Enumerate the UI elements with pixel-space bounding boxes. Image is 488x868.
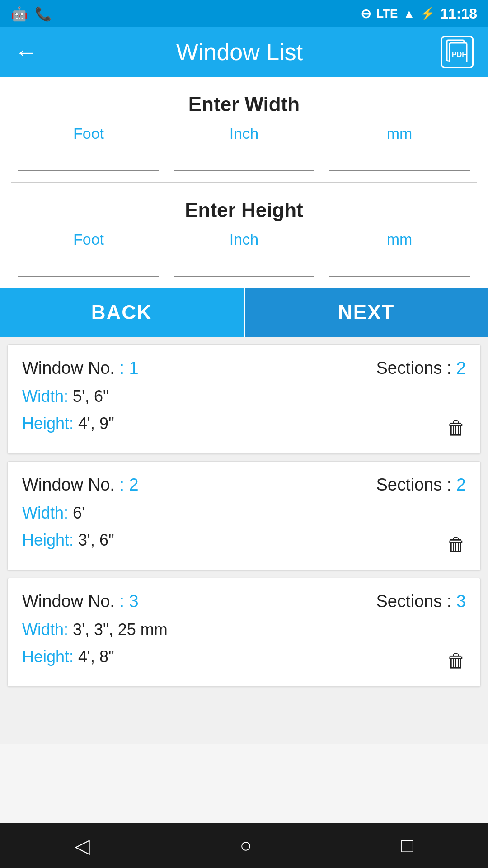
delete-button-1[interactable]: 🗑 xyxy=(447,534,466,556)
card-header-0: Window No. : 1 Sections : 2 xyxy=(22,359,466,378)
enter-width-title: Enter Width xyxy=(0,77,488,125)
delete-button-2[interactable]: 🗑 xyxy=(447,650,466,672)
width-detail-1: Width: 6' xyxy=(22,502,466,524)
action-button-row: BACK NEXT xyxy=(0,288,488,337)
height-inch-group: Inch xyxy=(166,231,322,277)
height-foot-input[interactable] xyxy=(18,252,159,277)
main-content: Enter Width Foot Inch mm Enter Height Fo… xyxy=(0,77,488,744)
battery-icon: ⚡ xyxy=(420,7,435,21)
height-input-row: Foot Inch mm xyxy=(0,231,488,288)
width-inch-label: Inch xyxy=(230,125,258,142)
width-detail-2: Width: 3', 3", 25 mm xyxy=(22,618,466,641)
height-detail-0: Height: 4', 9" xyxy=(22,412,466,435)
dnd-icon: ⊖ xyxy=(361,6,371,21)
card-header-2: Window No. : 3 Sections : 3 xyxy=(22,592,466,611)
width-mm-input[interactable] xyxy=(329,146,470,171)
sections-label-2: Sections : 3 xyxy=(376,592,466,611)
status-bar: 🤖 📞 ⊖ LTE ▲ ⚡ 11:18 xyxy=(0,0,488,27)
nav-recent-button[interactable]: □ xyxy=(401,834,413,857)
next-button[interactable]: NEXT xyxy=(245,288,488,337)
window-number-2: Window No. : 3 xyxy=(22,592,139,611)
width-input-row: Foot Inch mm xyxy=(0,125,488,182)
pdf-button-label: PDF xyxy=(446,39,469,65)
back-arrow-button[interactable]: ← xyxy=(14,38,38,66)
sections-label-0: Sections : 2 xyxy=(376,359,466,378)
back-button[interactable]: BACK xyxy=(0,288,245,337)
app-bar: ← Window List PDF xyxy=(0,27,488,77)
width-detail-0: Width: 5', 6" xyxy=(22,385,466,408)
pdf-button[interactable]: PDF xyxy=(441,36,474,68)
status-right-icons: ⊖ LTE ▲ ⚡ 11:18 xyxy=(361,5,477,22)
time-display: 11:18 xyxy=(440,5,477,22)
window-card: Window No. : 3 Sections : 3 Width: 3', 3… xyxy=(7,578,481,687)
nav-home-button[interactable]: ○ xyxy=(239,834,252,857)
width-inch-input[interactable] xyxy=(174,146,314,171)
window-card: Window No. : 1 Sections : 2 Width: 5', 6… xyxy=(7,344,481,454)
width-foot-group: Foot xyxy=(11,125,166,171)
width-inch-group: Inch xyxy=(166,125,322,171)
status-left-icons: 🤖 📞 xyxy=(11,6,52,22)
height-foot-group: Foot xyxy=(11,231,166,277)
window-card: Window No. : 2 Sections : 2 Width: 6' He… xyxy=(7,461,481,571)
width-foot-input[interactable] xyxy=(18,146,159,171)
width-mm-group: mm xyxy=(322,125,477,171)
height-inch-label: Inch xyxy=(230,231,258,248)
nav-bar: ◁ ○ □ xyxy=(0,823,488,868)
height-mm-group: mm xyxy=(322,231,477,277)
nav-back-button[interactable]: ◁ xyxy=(75,834,90,857)
height-inch-input[interactable] xyxy=(174,252,314,277)
delete-button-0[interactable]: 🗑 xyxy=(447,417,466,439)
sections-label-1: Sections : 2 xyxy=(376,475,466,495)
svg-text:PDF: PDF xyxy=(452,51,466,58)
height-detail-2: Height: 4', 8" xyxy=(22,646,466,668)
height-foot-label: Foot xyxy=(73,231,104,248)
lte-icon: LTE xyxy=(376,7,398,21)
width-mm-label: mm xyxy=(387,125,413,142)
height-mm-input[interactable] xyxy=(329,252,470,277)
phone-icon: 📞 xyxy=(35,6,52,22)
android-icon: 🤖 xyxy=(11,6,28,22)
width-foot-label: Foot xyxy=(73,125,104,142)
card-header-1: Window No. : 2 Sections : 2 xyxy=(22,475,466,495)
back-arrow-icon: ← xyxy=(14,38,38,66)
window-number-0: Window No. : 1 xyxy=(22,359,139,378)
window-number-1: Window No. : 2 xyxy=(22,475,139,495)
enter-height-title: Enter Height xyxy=(0,183,488,231)
height-mm-label: mm xyxy=(387,231,413,248)
app-bar-title: Window List xyxy=(176,38,303,66)
signal-icon: ▲ xyxy=(403,7,415,21)
window-list: Window No. : 1 Sections : 2 Width: 5', 6… xyxy=(0,337,488,744)
height-detail-1: Height: 3', 6" xyxy=(22,529,466,552)
